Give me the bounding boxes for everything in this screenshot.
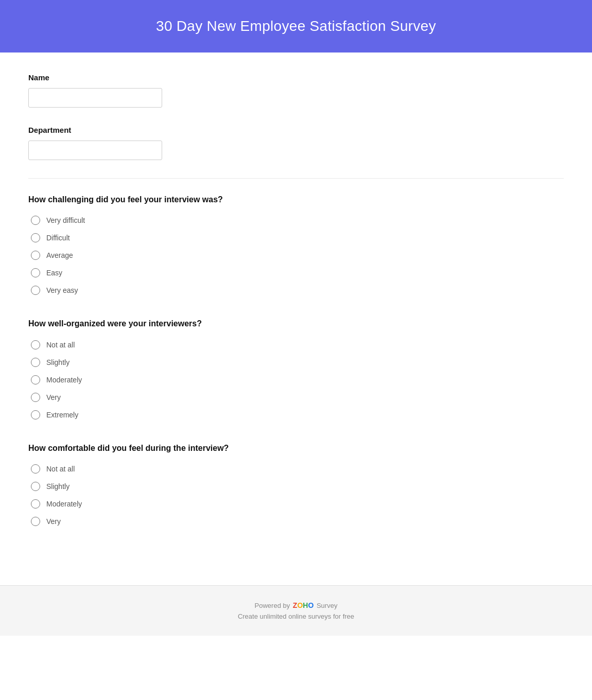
radio-label: Not at all (46, 465, 75, 473)
radio-q3-3[interactable] (31, 517, 40, 526)
radio-q2-4[interactable] (31, 410, 40, 419)
zoho-logo: ZOHO (293, 601, 314, 609)
name-label: Name (28, 73, 564, 82)
footer-tagline: Create unlimited online surveys for free (10, 612, 582, 620)
radio-label: Easy (46, 269, 62, 277)
question-1-label: How challenging did you feel your interv… (28, 194, 564, 205)
radio-q1-2[interactable] (31, 251, 40, 260)
radio-label: Very (46, 393, 61, 401)
radio-label: Very difficult (46, 216, 85, 224)
radio-label: Average (46, 251, 73, 259)
radio-q3-1[interactable] (31, 482, 40, 491)
department-label: Department (28, 126, 564, 134)
list-item: Average (31, 251, 564, 260)
question-3-options: Not at allSlightlyModeratelyVery (28, 464, 564, 526)
list-item: Difficult (31, 233, 564, 242)
radio-q2-1[interactable] (31, 358, 40, 367)
list-item: Not at all (31, 340, 564, 349)
list-item: Easy (31, 268, 564, 277)
footer-powered-by: Powered by ZOHO Survey (10, 601, 582, 609)
list-item: Moderately (31, 499, 564, 509)
question-1-group: How challenging did you feel your interv… (28, 194, 564, 295)
radio-q1-4[interactable] (31, 286, 40, 295)
list-item: Very (31, 517, 564, 526)
radio-label: Very (46, 517, 61, 526)
radio-label: Not at all (46, 341, 75, 349)
question-2-options: Not at allSlightlyModeratelyVeryExtremel… (28, 340, 564, 419)
name-field-group: Name (28, 73, 564, 108)
radio-label: Moderately (46, 500, 82, 508)
question-3-label: How comfortable did you feel during the … (28, 443, 564, 454)
radio-label: Difficult (46, 234, 70, 242)
list-item: Very difficult (31, 216, 564, 225)
question-2-group: How well-organized were your interviewer… (28, 318, 564, 419)
radio-q2-0[interactable] (31, 340, 40, 349)
list-item: Slightly (31, 482, 564, 491)
name-input[interactable] (28, 88, 162, 108)
radio-q3-0[interactable] (31, 464, 40, 474)
radio-q2-2[interactable] (31, 375, 40, 384)
question-3-group: How comfortable did you feel during the … (28, 443, 564, 526)
list-item: Very (31, 393, 564, 402)
department-field-group: Department (28, 126, 564, 160)
list-item: Not at all (31, 464, 564, 474)
list-item: Very easy (31, 286, 564, 295)
question-2-label: How well-organized were your interviewer… (28, 318, 564, 329)
question-1-options: Very difficultDifficultAverageEasyVery e… (28, 216, 564, 295)
radio-q2-3[interactable] (31, 393, 40, 402)
radio-q3-2[interactable] (31, 499, 40, 509)
radio-label: Slightly (46, 358, 69, 366)
list-item: Moderately (31, 375, 564, 384)
radio-q1-3[interactable] (31, 268, 40, 277)
page-title: 30 Day New Employee Satisfaction Survey (10, 18, 582, 34)
radio-label: Very easy (46, 286, 78, 294)
radio-label: Slightly (46, 482, 69, 491)
radio-label: Extremely (46, 411, 78, 419)
list-item: Slightly (31, 358, 564, 367)
radio-q1-1[interactable] (31, 233, 40, 242)
survey-label: Survey (317, 602, 337, 609)
footer: Powered by ZOHO Survey Create unlimited … (0, 585, 592, 636)
header: 30 Day New Employee Satisfaction Survey (0, 0, 592, 52)
radio-q1-0[interactable] (31, 216, 40, 225)
radio-label: Moderately (46, 376, 82, 384)
department-input[interactable] (28, 141, 162, 160)
list-item: Extremely (31, 410, 564, 419)
